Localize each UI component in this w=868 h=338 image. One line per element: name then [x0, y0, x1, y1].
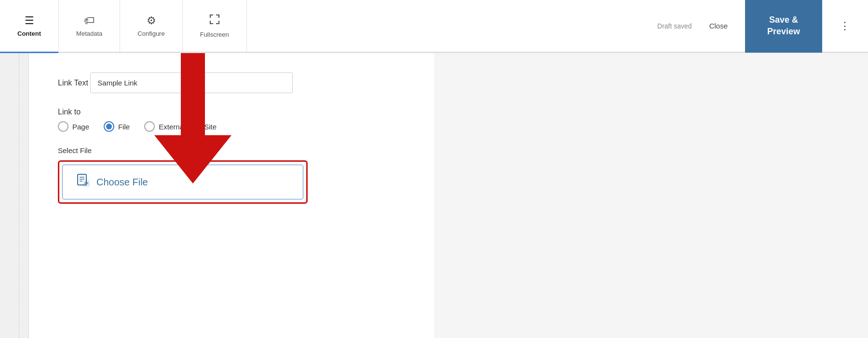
- choose-file-label: Choose File: [96, 177, 148, 188]
- radio-external-label: External Web Site: [159, 123, 217, 131]
- tab-content[interactable]: ☰ Content: [0, 0, 59, 52]
- top-navigation: ☰ Content 🏷 Metadata ⚙ Configure Fullscr…: [0, 0, 868, 53]
- tab-configure[interactable]: ⚙ Configure: [120, 0, 182, 52]
- link-to-label: Link to: [58, 108, 81, 116]
- nav-right-actions: Draft saved Close Save &Preview ⋮: [648, 0, 868, 52]
- select-file-label: Select File: [58, 146, 405, 155]
- tab-metadata-label: Metadata: [76, 30, 102, 37]
- close-button[interactable]: Close: [702, 18, 735, 34]
- link-text-field: Link Text: [58, 72, 405, 108]
- select-file-section: Select File Choose File: [58, 146, 405, 204]
- tab-configure-label: Configure: [137, 30, 164, 37]
- radio-file[interactable]: File: [104, 121, 130, 132]
- radio-page-label: Page: [72, 123, 89, 131]
- tab-content-label: Content: [17, 30, 41, 37]
- link-to-section: Link to Page File External Web Site: [58, 108, 405, 132]
- configure-icon: ⚙: [147, 14, 156, 27]
- content-panel: Link Text Link to Page File External Web…: [29, 53, 434, 338]
- radio-external-circle: [144, 121, 155, 132]
- draft-saved-status: Draft saved: [657, 22, 692, 30]
- main-area: Link Text Link to Page File External Web…: [0, 53, 868, 338]
- more-options-button[interactable]: ⋮: [832, 20, 858, 32]
- radio-external[interactable]: External Web Site: [144, 121, 217, 132]
- link-text-label: Link Text: [58, 79, 88, 87]
- link-to-radio-group: Page File External Web Site: [58, 121, 405, 132]
- content-icon: ☰: [25, 14, 34, 27]
- tab-fullscreen-label: Fullscreen: [200, 31, 229, 38]
- save-preview-button[interactable]: Save &Preview: [745, 0, 822, 53]
- link-text-input[interactable]: [90, 72, 293, 93]
- fullscreen-icon: [209, 14, 220, 28]
- left-gutter: [0, 53, 29, 338]
- radio-page[interactable]: Page: [58, 121, 89, 132]
- tab-fullscreen[interactable]: Fullscreen: [183, 0, 247, 52]
- radio-page-circle: [58, 121, 68, 132]
- radio-file-circle: [104, 121, 114, 132]
- choose-file-button[interactable]: Choose File: [62, 165, 303, 199]
- choose-file-icon: [77, 174, 90, 190]
- tab-metadata[interactable]: 🏷 Metadata: [59, 0, 120, 52]
- metadata-icon: 🏷: [84, 14, 95, 27]
- right-panel: [434, 53, 868, 338]
- choose-file-wrapper: Choose File: [58, 160, 308, 204]
- radio-file-label: File: [118, 123, 130, 131]
